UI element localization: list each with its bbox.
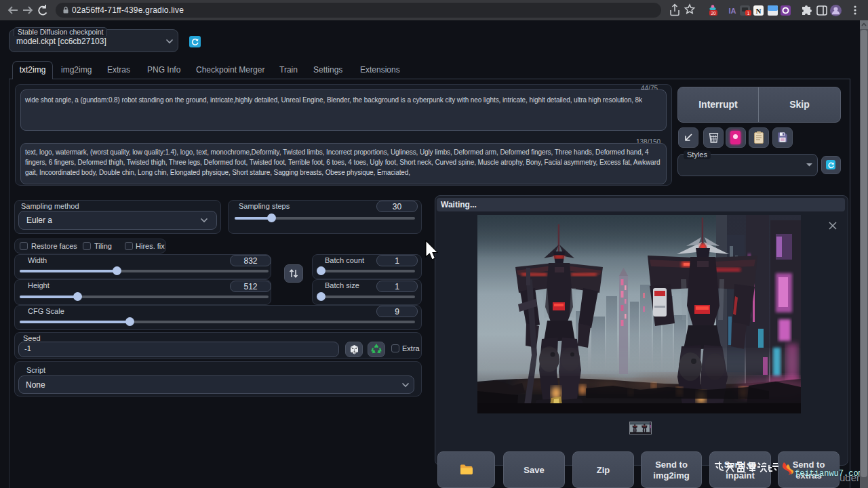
svg-text:20: 20: [711, 11, 716, 16]
svg-text:IA: IA: [729, 7, 736, 15]
svg-text:N: N: [756, 7, 762, 15]
svg-text:1: 1: [747, 11, 750, 16]
